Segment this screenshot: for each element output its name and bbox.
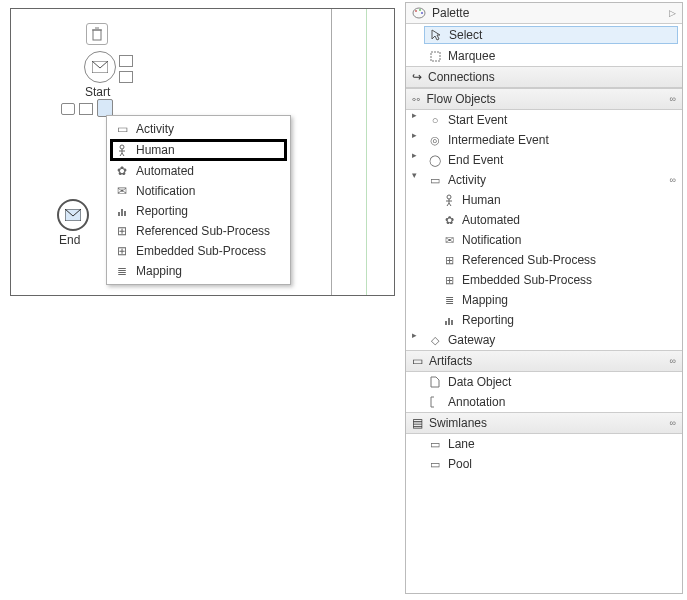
tree-caret[interactable]: ▸: [412, 130, 417, 140]
cursor-icon: [429, 29, 443, 41]
tool-select[interactable]: Select: [424, 26, 678, 44]
ctx-notification[interactable]: ✉ Notification: [110, 181, 287, 201]
item-label: Reporting: [462, 313, 514, 327]
item-end-event[interactable]: ◯ End Event: [406, 150, 682, 170]
ctx-label: Referenced Sub-Process: [136, 224, 270, 238]
item-annotation[interactable]: Annotation: [406, 392, 682, 412]
chart-icon: [116, 206, 128, 217]
item-label: Pool: [448, 457, 472, 471]
chart-icon: [442, 315, 456, 326]
palette-title: Palette: [432, 6, 469, 20]
embedded-icon: ⊞: [442, 274, 456, 287]
ctx-label: Human: [136, 143, 175, 157]
item-label: Intermediate Event: [448, 133, 549, 147]
human-icon: [116, 144, 128, 156]
tool-label: Marquee: [448, 49, 495, 63]
ctx-referenced-subprocess[interactable]: ⊞ Referenced Sub-Process: [110, 221, 287, 241]
item-label: End Event: [448, 153, 503, 167]
context-menu: ▭ Activity Human ✿ Automated ✉ Notificat…: [106, 115, 291, 285]
item-label: Lane: [448, 437, 475, 451]
tree-caret-expanded[interactable]: ▾: [412, 170, 417, 180]
flow-objects-icon: ◦◦: [412, 92, 421, 106]
collapse-icon[interactable]: ∞: [670, 175, 676, 185]
svg-marker-27: [431, 377, 439, 387]
annotation-icon: [428, 396, 442, 408]
activity-icon: ▭: [428, 174, 442, 187]
collapse-icon[interactable]: ∞: [670, 94, 676, 104]
svg-rect-10: [118, 212, 120, 216]
item-lane[interactable]: ▭ Lane: [406, 434, 682, 454]
tool-marquee[interactable]: Marquee: [406, 46, 682, 66]
section-label: Artifacts: [429, 354, 472, 368]
collapse-icon[interactable]: ∞: [670, 356, 676, 366]
item-label: Referenced Sub-Process: [462, 253, 596, 267]
item-referenced-subprocess[interactable]: ⊞ Referenced Sub-Process: [406, 250, 682, 270]
tree-caret[interactable]: ▸: [412, 330, 417, 340]
start-event-icon: ○: [428, 114, 442, 126]
decorator-icon[interactable]: [119, 71, 133, 83]
svg-rect-25: [448, 318, 450, 325]
collapse-icon[interactable]: ▷: [669, 8, 676, 18]
intermediate-event-icon: ◎: [428, 134, 442, 147]
item-human[interactable]: Human: [406, 190, 682, 210]
ctx-label: Notification: [136, 184, 195, 198]
item-intermediate-event[interactable]: ◎ Intermediate Event: [406, 130, 682, 150]
item-data-object[interactable]: Data Object: [406, 372, 682, 392]
activity-icon: ▭: [116, 122, 128, 136]
end-event-icon: ◯: [428, 154, 442, 167]
item-label: Gateway: [448, 333, 495, 347]
section-connections[interactable]: ↪ Connections: [406, 66, 682, 88]
svg-marker-17: [432, 30, 440, 40]
section-flow-objects[interactable]: ◦◦ Flow Objects ∞: [406, 88, 682, 110]
item-notification[interactable]: ✉ Notification: [406, 230, 682, 250]
item-gateway[interactable]: ◇ Gateway: [406, 330, 682, 350]
item-mapping[interactable]: ≣ Mapping: [406, 290, 682, 310]
svg-point-5: [120, 145, 124, 149]
item-automated[interactable]: ✿ Automated: [406, 210, 682, 230]
svg-line-23: [449, 203, 451, 206]
section-artifacts[interactable]: ▭ Artifacts ∞: [406, 350, 682, 372]
ctx-label: Activity: [136, 122, 174, 136]
end-event-node[interactable]: [57, 199, 89, 231]
tree-caret[interactable]: ▸: [412, 150, 417, 160]
ctx-reporting[interactable]: Reporting: [110, 201, 287, 221]
ctx-embedded-subprocess[interactable]: ⊞ Embedded Sub-Process: [110, 241, 287, 261]
collapse-icon[interactable]: ∞: [670, 418, 676, 428]
decorator-icon[interactable]: [79, 103, 93, 115]
ctx-label: Reporting: [136, 204, 188, 218]
palette-panel: Palette ▷ Select Marquee ↪ Connections ◦…: [405, 2, 683, 594]
lane-icon: ▭: [428, 438, 442, 451]
gear-icon: ✿: [116, 164, 128, 178]
section-swimlanes[interactable]: ▤ Swimlanes ∞: [406, 412, 682, 434]
embedded-icon: ⊞: [116, 244, 128, 258]
svg-rect-12: [124, 211, 126, 216]
svg-rect-18: [431, 52, 440, 61]
svg-rect-24: [445, 321, 447, 325]
notification-icon: ✉: [442, 234, 456, 247]
ctx-activity[interactable]: ▭ Activity: [110, 119, 287, 139]
trash-icon[interactable]: [86, 23, 108, 45]
data-object-icon: [428, 376, 442, 388]
decorator-icon[interactable]: [119, 55, 133, 67]
tree-caret[interactable]: ▸: [412, 110, 417, 120]
pool-icon: ▭: [428, 458, 442, 471]
diagram-canvas[interactable]: Start End ▭ Activity Human ✿ Automated ✉…: [10, 8, 395, 296]
item-label: Human: [462, 193, 501, 207]
marquee-icon: [428, 51, 442, 62]
ctx-human[interactable]: Human: [110, 139, 287, 161]
ctx-mapping[interactable]: ≣ Mapping: [110, 261, 287, 281]
item-start-event[interactable]: ○ Start Event: [406, 110, 682, 130]
item-activity[interactable]: ▭ Activity ∞: [406, 170, 682, 190]
connections-icon: ↪: [412, 70, 422, 84]
human-icon: [442, 194, 456, 206]
item-pool[interactable]: ▭ Pool: [406, 454, 682, 474]
ctx-automated[interactable]: ✿ Automated: [110, 161, 287, 181]
decorator-icon[interactable]: [61, 103, 75, 115]
palette-header[interactable]: Palette ▷: [406, 3, 682, 24]
ctx-label: Automated: [136, 164, 194, 178]
start-event-node[interactable]: [84, 51, 116, 83]
item-label: Start Event: [448, 113, 507, 127]
item-embedded-subprocess[interactable]: ⊞ Embedded Sub-Process: [406, 270, 682, 290]
item-reporting[interactable]: Reporting: [406, 310, 682, 330]
gateway-icon: ◇: [428, 334, 442, 347]
